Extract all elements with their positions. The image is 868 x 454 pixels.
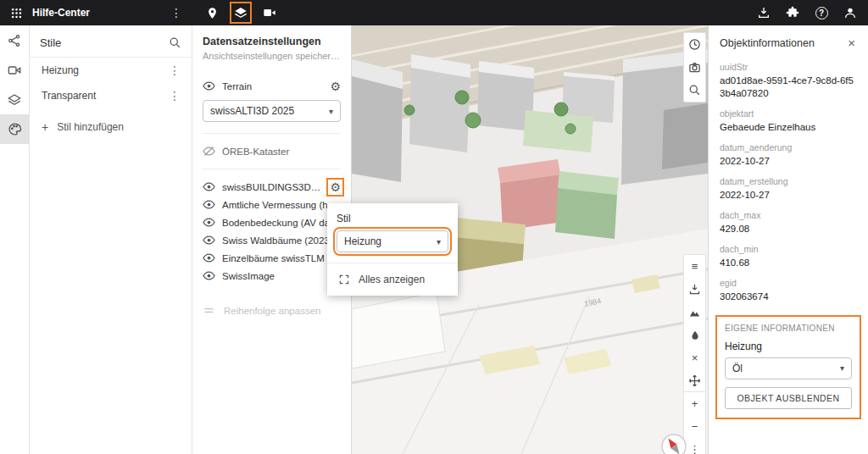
terrain-select-value: swissALTI3D 2025 (210, 105, 329, 117)
object-info-title: Objektinformationen (720, 37, 846, 49)
dataset-panel-title: Datensatzeinstellungen (203, 36, 341, 47)
field-label: datum_aenderung (720, 142, 857, 152)
object-info-panel: Objektinformationen × uuidStr ad01d8ae-9… (708, 25, 868, 454)
dataset-panel-subtitle: Ansichtseinstellungen speichern, um ... (203, 51, 341, 61)
terrain-mountains-icon[interactable] (684, 301, 705, 324)
layer-row-swissimage[interactable]: SwissImage (203, 269, 341, 282)
close-glyph: × (692, 352, 698, 364)
layer-label: Amtliche Vermessung (ha... (222, 200, 341, 210)
help-icon[interactable]: ? (814, 5, 829, 20)
layer-label: swissBUILDINGS3D 3.0 (1) (222, 182, 323, 192)
download-icon[interactable] (756, 5, 771, 20)
style-item-heizung[interactable]: Heizung ⋮ (30, 58, 192, 83)
field-label: dach_max (720, 210, 857, 220)
app-title: Hilfe-Center (32, 7, 159, 19)
styles-panel-title: Stile (40, 36, 162, 49)
eye-icon[interactable] (203, 252, 215, 264)
minus-glyph: − (692, 420, 698, 433)
user-account-icon[interactable] (843, 5, 858, 20)
pan-move-icon[interactable] (684, 369, 705, 392)
heizung-select[interactable]: Öl ▾ (725, 357, 852, 379)
terrain-gear-icon[interactable]: ⚙ (330, 80, 341, 92)
divider (203, 169, 341, 169)
eye-icon[interactable] (203, 80, 215, 92)
help-glyph: ? (815, 7, 828, 19)
list-glyph: ≡ (692, 260, 698, 273)
map-toolbar-mid-group: ≡ × (683, 254, 706, 393)
compass[interactable] (660, 433, 687, 454)
layer-row-bodenbedeckung[interactable]: Bodenbedeckung (AV dat... (203, 216, 341, 229)
layers-icon (8, 93, 21, 107)
plugins-puzzle-icon[interactable] (785, 5, 800, 20)
topbar-kebab-icon[interactable]: ⋮ (167, 6, 186, 19)
clear-close-icon[interactable]: × (684, 346, 705, 369)
export-download-icon[interactable] (684, 278, 705, 301)
search-location-icon[interactable] (684, 79, 705, 102)
eye-icon[interactable] (203, 198, 215, 211)
field-datum-erstellung: datum_erstellung 2022-10-27 (720, 176, 857, 202)
screenshot-camera-icon[interactable] (684, 56, 705, 79)
rail-layers-button[interactable] (0, 85, 29, 114)
terrain-label: Terrain (222, 81, 323, 91)
rail-video-button[interactable] (0, 55, 29, 85)
field-value: 2022-10-27 (720, 189, 857, 202)
field-label: objektart (720, 108, 857, 119)
terrain-select[interactable]: swissALTI3D 2025 ▾ (203, 100, 341, 122)
hide-object-button[interactable]: OBJEKT AUSBLENDEN (725, 387, 852, 409)
heizung-select-value: Öl (732, 363, 840, 374)
custom-field-label: Heizung (725, 340, 852, 352)
style-select-value: Heizung (344, 235, 437, 247)
zoom-in-button[interactable]: + (684, 392, 705, 415)
oereb-label: ÖREB-Kataster (222, 147, 341, 157)
field-dach-min: dach_min 410.68 (720, 244, 857, 269)
style-item-transparent[interactable]: Transparent ⋮ (30, 83, 192, 108)
rail-share-button[interactable] (0, 25, 29, 55)
layer-label: Bodenbedeckung (AV dat... (222, 218, 341, 228)
layer-row-waldbaeume[interactable]: Swiss Waldbäume (2023) (203, 234, 341, 246)
eye-icon[interactable] (203, 216, 215, 229)
eye-off-icon[interactable] (203, 145, 215, 158)
oereb-row[interactable]: ÖREB-Kataster (203, 145, 341, 158)
chevron-down-icon: ▾ (437, 237, 441, 246)
chevron-down-icon: ▾ (840, 363, 844, 373)
style-select[interactable]: Heizung ▾ (337, 230, 448, 252)
map-toolbar: ≡ × + − ⋮ (683, 25, 706, 454)
history-clock-icon[interactable] (684, 33, 705, 56)
layer-row-swissbuildings[interactable]: swissBUILDINGS3D 3.0 (1) ⚙ (203, 180, 341, 193)
add-style-label: Stil hinzufügen (57, 121, 124, 133)
style-item-kebab-icon[interactable]: ⋮ (166, 89, 183, 102)
opacity-drop-icon[interactable] (684, 324, 705, 346)
pin-mode-icon[interactable] (204, 5, 220, 20)
layer-row-amtliche-vermessung[interactable]: Amtliche Vermessung (ha... (203, 198, 341, 211)
search-icon[interactable] (169, 36, 181, 49)
style-item-kebab-icon[interactable]: ⋮ (166, 64, 183, 77)
apps-grid-icon[interactable] (8, 5, 24, 20)
style-item-label: Heizung (42, 64, 166, 76)
field-uuidstr: uuidStr ad01d8ae-9591-4ce7-9c8d-6f53b4a0… (720, 62, 857, 100)
layer-style-popup: Stil Heizung ▾ Alles anzeigen (327, 203, 458, 296)
field-value: 2022-10-27 (720, 155, 857, 168)
custom-section-title: EIGENE INFORMATIONEN (725, 324, 852, 333)
video-mode-icon[interactable] (262, 5, 277, 20)
reorder-layers-button[interactable]: Reihenfolge anpassen (203, 304, 341, 317)
field-value: ad01d8ae-9591-4ce7-9c8d-6f53b4a07820 (720, 75, 857, 100)
topbar-mode-switcher (204, 5, 277, 20)
styles-panel: Stile Heizung ⋮ Transparent ⋮ + Stil hin… (30, 25, 192, 454)
share-icon (8, 34, 21, 47)
eye-icon[interactable] (203, 269, 215, 282)
add-style-button[interactable]: + Stil hinzufügen (30, 108, 192, 146)
rail-styles-button[interactable] (0, 114, 29, 144)
close-icon[interactable]: × (846, 36, 857, 50)
app-root: Hilfe-Center ⋮ ? (0, 0, 868, 454)
eye-icon[interactable] (203, 180, 215, 193)
map-toolbar-top-group (683, 32, 706, 102)
field-datum-aenderung: datum_aenderung 2022-10-27 (720, 142, 857, 168)
expand-icon (338, 274, 350, 285)
layer-gear-icon[interactable]: ⚙ (330, 181, 341, 193)
layers-mode-icon[interactable] (233, 5, 248, 20)
eye-icon[interactable] (203, 234, 215, 246)
layer-row-einzelbaeume[interactable]: Einzelbäume swissTLM (203, 252, 341, 264)
plus-icon: + (42, 120, 48, 134)
legend-list-icon[interactable]: ≡ (684, 255, 705, 278)
show-all-button[interactable]: Alles anzeigen (337, 263, 448, 296)
